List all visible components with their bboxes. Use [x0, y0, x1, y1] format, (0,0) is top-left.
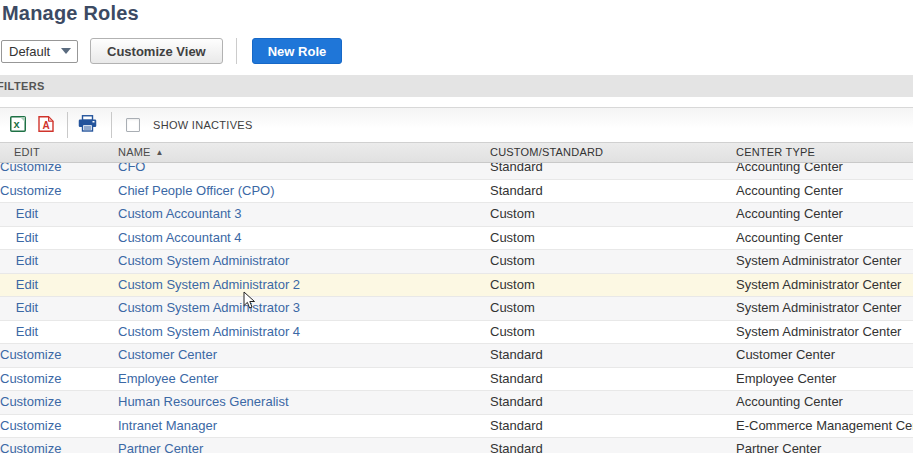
role-name-link[interactable]: Partner Center — [118, 441, 203, 453]
table-row: Edit Custom System Administrator Custom … — [0, 250, 913, 274]
column-header-edit[interactable]: EDIT — [0, 143, 54, 162]
custom-standard-value: Custom — [490, 227, 736, 250]
pdf-export-button[interactable]: A — [36, 116, 56, 134]
custom-standard-value: Standard — [490, 438, 736, 453]
table-row: Customize Partner Center Standard Partne… — [0, 438, 913, 453]
roles-table-body: Customize CFO Standard Accounting Center… — [0, 163, 913, 453]
pdf-export-icon: A — [38, 116, 54, 135]
role-name-link[interactable]: Custom System Administrator 4 — [118, 324, 300, 339]
table-row: Customize Intranet Manager Standard E-Co… — [0, 415, 913, 439]
page-title: Manage Roles — [2, 2, 139, 25]
view-select-value: Default — [9, 44, 61, 59]
svg-text:A: A — [42, 120, 49, 131]
edit-link[interactable]: Edit — [16, 230, 38, 245]
show-inactives-checkbox[interactable] — [126, 118, 140, 132]
column-header-center-type[interactable]: CENTER TYPE — [736, 143, 913, 162]
table-row: Edit Custom System Administrator 4 Custo… — [0, 321, 913, 345]
custom-standard-value: Custom — [490, 203, 736, 226]
sort-asc-icon: ▲ — [156, 149, 164, 157]
edit-link[interactable]: Customize — [0, 347, 61, 362]
center-type-value: Customer Center — [736, 344, 913, 367]
table-row: Edit Custom Accountant 3 Custom Accounti… — [0, 203, 913, 227]
role-name-link[interactable]: Custom Accountant 4 — [118, 230, 242, 245]
excel-export-button[interactable]: x — [8, 116, 28, 134]
new-role-button[interactable]: New Role — [252, 38, 343, 64]
role-name-link[interactable]: Custom Accountant 3 — [118, 206, 242, 221]
custom-standard-value: Custom — [490, 250, 736, 273]
custom-standard-value: Custom — [490, 321, 736, 344]
center-type-value: Accounting Center — [736, 180, 913, 203]
table-row: Edit Custom System Administrator 2 Custo… — [0, 274, 913, 298]
center-type-value: System Administrator Center — [736, 297, 913, 320]
table-row: Customize Human Resources Generalist Sta… — [0, 391, 913, 415]
toolbar-divider — [67, 112, 68, 138]
custom-standard-value: Standard — [490, 180, 736, 203]
edit-link[interactable]: Customize — [0, 371, 61, 386]
table-row: Customize Customer Center Standard Custo… — [0, 344, 913, 368]
edit-link[interactable]: Customize — [0, 394, 61, 409]
print-icon — [78, 115, 97, 135]
page-header: Manage Roles Default Customize View New … — [0, 0, 913, 75]
table-row: Edit Custom Accountant 4 Custom Accounti… — [0, 227, 913, 251]
custom-standard-value: Standard — [490, 391, 736, 414]
actions-toolbar: x A SHOW INACTIVES — [0, 107, 913, 142]
role-name-link[interactable]: Intranet Manager — [118, 418, 217, 433]
table-row: Edit Custom System Administrator 3 Custo… — [0, 297, 913, 321]
center-type-value: Accounting Center — [736, 163, 913, 178]
view-controls: Default Customize View New Role — [1, 38, 342, 64]
edit-link[interactable]: Edit — [16, 253, 38, 268]
edit-link[interactable]: Edit — [16, 324, 38, 339]
custom-standard-value: Standard — [490, 163, 736, 178]
edit-link[interactable]: Customize — [0, 183, 61, 198]
table-row: Customize Employee Center Standard Emplo… — [0, 368, 913, 392]
center-type-value: E-Commerce Management Center — [736, 415, 913, 438]
chevron-down-icon — [61, 48, 71, 54]
edit-link[interactable]: Customize — [0, 163, 61, 174]
filters-label: FILTERS — [0, 80, 45, 92]
role-name-link[interactable]: Custom System Administrator 3 — [118, 300, 300, 315]
view-select[interactable]: Default — [1, 40, 78, 63]
center-type-value: Employee Center — [736, 368, 913, 391]
toolbar-divider — [111, 112, 112, 138]
role-name-link[interactable]: CFO — [118, 163, 145, 174]
center-type-value: System Administrator Center — [736, 250, 913, 273]
show-inactives-label: SHOW INACTIVES — [153, 119, 253, 131]
print-button[interactable] — [77, 116, 97, 134]
edit-link[interactable]: Customize — [0, 418, 61, 433]
table-row: Customize Chief People Officer (CPO) Sta… — [0, 180, 913, 204]
role-name-link[interactable]: Chief People Officer (CPO) — [118, 183, 275, 198]
center-type-value: Accounting Center — [736, 203, 913, 226]
center-type-value: Accounting Center — [736, 227, 913, 250]
custom-standard-value: Standard — [490, 415, 736, 438]
center-type-value: Partner Center — [736, 438, 913, 453]
custom-standard-value: Standard — [490, 368, 736, 391]
role-name-link[interactable]: Employee Center — [118, 371, 218, 386]
column-header-name[interactable]: NAME ▲ — [54, 143, 490, 162]
custom-standard-value: Custom — [490, 297, 736, 320]
customize-view-button[interactable]: Customize View — [90, 38, 223, 64]
excel-export-icon: x — [10, 116, 26, 135]
button-divider — [236, 38, 237, 64]
center-type-value: System Administrator Center — [736, 274, 913, 297]
edit-link[interactable]: Edit — [16, 277, 38, 292]
table-header: EDIT NAME ▲ CUSTOM/STANDARD CENTER TYPE — [0, 142, 913, 163]
svg-text:x: x — [13, 118, 20, 130]
role-name-link[interactable]: Custom System Administrator 2 — [118, 277, 300, 292]
role-name-link[interactable]: Custom System Administrator — [118, 253, 289, 268]
filters-bar[interactable]: FILTERS — [0, 75, 913, 97]
center-type-value: System Administrator Center — [736, 321, 913, 344]
column-header-custom-standard[interactable]: CUSTOM/STANDARD — [490, 143, 736, 162]
center-type-value: Accounting Center — [736, 391, 913, 414]
edit-link[interactable]: Edit — [16, 206, 38, 221]
custom-standard-value: Custom — [490, 274, 736, 297]
edit-link[interactable]: Edit — [16, 300, 38, 315]
custom-standard-value: Standard — [490, 344, 736, 367]
edit-link[interactable]: Customize — [0, 441, 61, 453]
role-name-link[interactable]: Human Resources Generalist — [118, 394, 289, 409]
role-name-link[interactable]: Customer Center — [118, 347, 217, 362]
table-row: Customize CFO Standard Accounting Center — [0, 163, 913, 180]
